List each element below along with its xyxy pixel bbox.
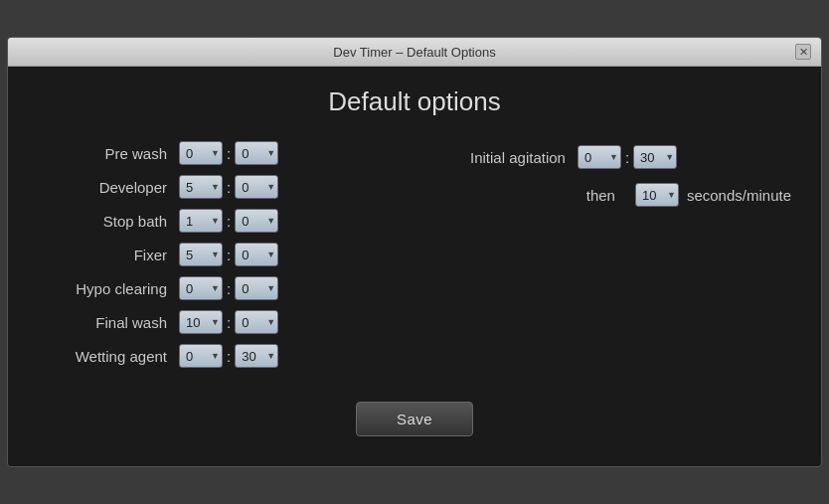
developer-colon: : <box>227 179 231 196</box>
fixer-label: Fixer <box>38 247 167 263</box>
hypo_clearing-seconds-wrapper: 01015203045 <box>235 276 278 300</box>
final_wash-label: Final wash <box>38 314 167 331</box>
final_wash-minutes-wrapper: 012345678910121520 <box>179 310 223 334</box>
wetting_agent-minutes-wrapper: 012345 <box>179 344 223 368</box>
then-row: then 10 510152030 seconds/minute <box>416 183 791 207</box>
fixer-minutes-select[interactable]: 012345678910 <box>179 243 223 266</box>
stop_bath-row: Stop bath012345:01015203045 <box>38 209 377 233</box>
final_wash-row: Final wash012345678910121520:01015203045 <box>38 310 377 334</box>
page-heading: Default options <box>38 86 791 117</box>
fixer-colon: : <box>227 247 231 263</box>
stop_bath-minutes-wrapper: 012345 <box>179 209 223 233</box>
content-area: Default options Pre wash01234510152030:0… <box>8 67 821 466</box>
wetting_agent-colon: : <box>227 348 231 365</box>
fixer-row: Fixer012345678910:01015203045 <box>38 243 377 266</box>
pre_wash-seconds-wrapper: 01015203045 <box>235 141 278 165</box>
wetting_agent-seconds-wrapper: 01015203045 <box>235 344 278 368</box>
fixer-seconds-wrapper: 01015203045 <box>235 243 278 266</box>
fixer-seconds-select[interactable]: 01015203045 <box>235 243 278 266</box>
pre_wash-seconds-select[interactable]: 01015203045 <box>235 141 278 165</box>
final_wash-colon: : <box>227 314 231 331</box>
titlebar: Dev Timer – Default Options ✕ <box>8 38 821 67</box>
then-value-select[interactable]: 10 510152030 <box>635 183 679 207</box>
hypo_clearing-colon: : <box>227 280 231 297</box>
pre_wash-minutes-wrapper: 01234510152030 <box>179 141 223 165</box>
final_wash-seconds-select[interactable]: 01015203045 <box>235 310 278 334</box>
final_wash-minutes-select[interactable]: 012345678910121520 <box>179 310 223 334</box>
initial-agitation-minutes-wrapper: 0 0123 <box>578 145 621 169</box>
final_wash-seconds-wrapper: 01015203045 <box>235 310 278 334</box>
hypo_clearing-minutes-select[interactable]: 012345 <box>179 276 223 300</box>
developer-minutes-wrapper: 012345678910121520 <box>179 175 223 199</box>
then-label: then <box>566 187 615 204</box>
pre_wash-colon: : <box>227 145 231 162</box>
developer-minutes-select[interactable]: 012345678910121520 <box>179 175 223 199</box>
initial-agitation-row: Initial agitation 0 0123 : 30 0101520304… <box>416 145 791 169</box>
stop_bath-minutes-select[interactable]: 012345 <box>179 209 223 233</box>
developer-row: Developer012345678910121520:01015203045 <box>38 175 377 199</box>
then-value-wrapper: 10 510152030 <box>635 183 679 207</box>
wetting_agent-row: Wetting agent012345:01015203045 <box>38 344 377 368</box>
seconds-per-minute-label: seconds/minute <box>687 187 791 204</box>
wetting_agent-seconds-select[interactable]: 01015203045 <box>235 344 278 368</box>
pre_wash-minutes-select[interactable]: 01234510152030 <box>179 141 223 165</box>
hypo_clearing-label: Hypo clearing <box>38 280 167 297</box>
colon-init: : <box>625 149 629 166</box>
developer-seconds-select[interactable]: 01015203045 <box>235 175 278 199</box>
stop_bath-colon: : <box>227 213 231 230</box>
pre_wash-row: Pre wash01234510152030:01015203045 <box>38 141 377 165</box>
pre_wash-label: Pre wash <box>38 145 167 162</box>
close-button[interactable]: ✕ <box>795 44 811 60</box>
initial-agitation-seconds-select[interactable]: 30 01015203045 <box>633 145 677 169</box>
stop_bath-seconds-wrapper: 01015203045 <box>235 209 278 233</box>
developer-seconds-wrapper: 01015203045 <box>235 175 278 199</box>
hypo_clearing-row: Hypo clearing012345:01015203045 <box>38 276 377 300</box>
left-column: Pre wash01234510152030:01015203045Develo… <box>38 141 377 378</box>
developer-label: Developer <box>38 179 167 196</box>
app-window: Dev Timer – Default Options ✕ Default op… <box>7 37 822 467</box>
initial-agitation-label: Initial agitation <box>416 149 566 166</box>
initial-agitation-minutes-select[interactable]: 0 0123 <box>578 145 621 169</box>
hypo_clearing-seconds-select[interactable]: 01015203045 <box>235 276 278 300</box>
main-layout: Pre wash01234510152030:01015203045Develo… <box>38 141 791 378</box>
wetting_agent-label: Wetting agent <box>38 348 167 365</box>
wetting_agent-minutes-select[interactable]: 012345 <box>179 344 223 368</box>
save-area: Save <box>38 402 791 436</box>
window-title: Dev Timer – Default Options <box>34 45 795 60</box>
fixer-minutes-wrapper: 012345678910 <box>179 243 223 266</box>
stop_bath-label: Stop bath <box>38 213 167 230</box>
right-column: Initial agitation 0 0123 : 30 0101520304… <box>416 141 791 378</box>
save-button[interactable]: Save <box>356 402 473 436</box>
stop_bath-seconds-select[interactable]: 01015203045 <box>235 209 278 233</box>
hypo_clearing-minutes-wrapper: 012345 <box>179 276 223 300</box>
initial-agitation-seconds-wrapper: 30 01015203045 <box>633 145 677 169</box>
